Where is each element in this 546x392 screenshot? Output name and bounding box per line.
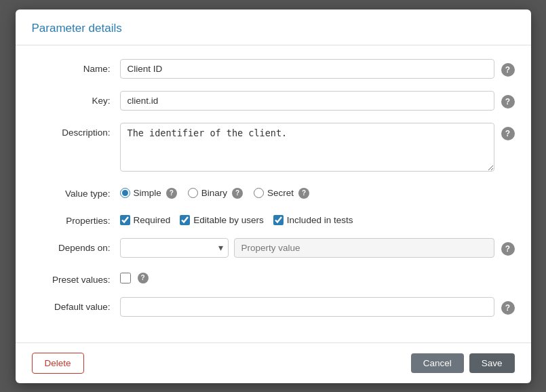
depends-on-help-icon[interactable]: ? <box>501 242 515 256</box>
depends-on-controls <box>120 238 494 258</box>
depends-on-select[interactable] <box>120 238 229 258</box>
radio-secret-label: Secret <box>267 188 294 198</box>
preset-values-checkbox[interactable] <box>120 273 131 283</box>
description-input[interactable]: The identifier of the client. <box>120 123 494 172</box>
radio-simple[interactable]: Simple ? <box>120 188 177 199</box>
cancel-button[interactable]: Cancel <box>411 353 464 373</box>
modal-footer: Delete Cancel Save <box>16 342 531 383</box>
value-type-group: Simple ? Binary ? Secret ? <box>120 184 310 199</box>
preset-values-label: Preset values: <box>32 270 120 285</box>
description-help-icon[interactable]: ? <box>501 127 515 140</box>
save-button[interactable]: Save <box>469 353 515 373</box>
property-value-input[interactable] <box>234 238 494 258</box>
checkbox-required[interactable]: Required <box>120 215 171 225</box>
secret-help-icon[interactable]: ? <box>298 188 309 199</box>
properties-row: Properties: Required Editable by users I… <box>32 211 515 226</box>
preset-values-controls: ? <box>120 270 149 283</box>
key-label: Key: <box>32 91 120 106</box>
depends-on-select-wrapper <box>120 238 229 258</box>
modal-title: Parameter details <box>32 22 122 35</box>
footer-buttons: Cancel Save <box>411 353 515 373</box>
properties-group: Required Editable by users Included in t… <box>120 211 353 225</box>
description-row: Description: The identifier of the clien… <box>32 123 515 172</box>
radio-simple-input[interactable] <box>120 188 130 198</box>
name-label: Name: <box>32 59 120 74</box>
delete-button[interactable]: Delete <box>32 353 84 374</box>
modal-body: Name: ? Key: ? Description: The identifi… <box>16 45 531 342</box>
parameter-details-modal: Parameter details Name: ? Key: ? Descrip… <box>16 9 531 383</box>
key-input[interactable] <box>120 91 494 111</box>
checkbox-editable[interactable]: Editable by users <box>180 215 264 225</box>
radio-simple-label: Simple <box>134 188 161 198</box>
value-type-row: Value type: Simple ? Binary ? Secret ? <box>32 184 515 199</box>
default-value-help-icon[interactable]: ? <box>501 301 515 315</box>
checkbox-included-input[interactable] <box>273 215 284 225</box>
preset-values-row: Preset values: ? <box>32 270 515 285</box>
checkbox-required-label: Required <box>134 215 171 225</box>
radio-secret[interactable]: Secret ? <box>254 188 309 199</box>
checkbox-included[interactable]: Included in tests <box>273 215 353 225</box>
depends-on-label: Depends on: <box>32 238 120 253</box>
key-help-icon[interactable]: ? <box>501 95 515 109</box>
value-type-label: Value type: <box>32 184 120 199</box>
radio-binary-input[interactable] <box>188 188 198 198</box>
default-value-input[interactable] <box>120 297 494 317</box>
name-input[interactable] <box>120 59 494 79</box>
checkbox-required-input[interactable] <box>120 215 130 225</box>
binary-help-icon[interactable]: ? <box>232 188 243 199</box>
radio-binary-label: Binary <box>201 188 227 198</box>
default-value-label: Default value: <box>32 297 120 312</box>
key-row: Key: ? <box>32 91 515 111</box>
checkbox-editable-label: Editable by users <box>193 215 264 225</box>
modal-header: Parameter details <box>16 9 531 45</box>
name-row: Name: ? <box>32 59 515 79</box>
radio-binary[interactable]: Binary ? <box>188 188 243 199</box>
radio-secret-input[interactable] <box>254 188 264 198</box>
depends-on-row: Depends on: ? <box>32 238 515 258</box>
checkbox-included-label: Included in tests <box>287 215 353 225</box>
checkbox-editable-input[interactable] <box>180 215 190 225</box>
name-help-icon[interactable]: ? <box>501 63 515 77</box>
default-value-row: Default value: ? <box>32 297 515 317</box>
description-label: Description: <box>32 123 120 138</box>
properties-label: Properties: <box>32 211 120 226</box>
preset-values-help-icon[interactable]: ? <box>138 273 149 283</box>
simple-help-icon[interactable]: ? <box>166 188 177 199</box>
